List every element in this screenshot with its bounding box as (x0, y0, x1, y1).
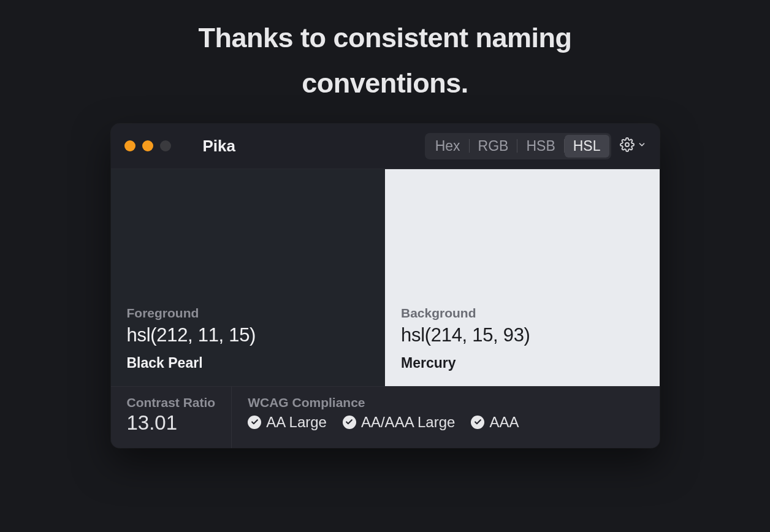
format-tabs: Hex RGB HSB HSL (425, 133, 611, 159)
foreground-color-name: Black Pearl (127, 355, 370, 371)
wcag-item-label: AA Large (266, 414, 327, 431)
color-swatches: Foreground hsl(212, 11, 15) Black Pearl … (111, 169, 660, 386)
tab-hsl[interactable]: HSL (565, 135, 609, 158)
svg-point-0 (625, 143, 629, 146)
contrast-value: 13.01 (127, 411, 216, 435)
chevron-down-icon (638, 140, 646, 151)
wcag-label: WCAG Compliance (248, 395, 643, 410)
settings-button[interactable] (620, 137, 646, 154)
contrast-label: Contrast Ratio (127, 395, 216, 410)
foreground-label: Foreground (127, 306, 370, 321)
app-window: Pika Hex RGB HSB HSL (111, 124, 660, 448)
wcag-item-label: AAA (489, 414, 519, 431)
page-heading: Thanks to consistent naming conventions. (198, 15, 571, 107)
close-button[interactable] (124, 140, 135, 151)
background-label: Background (401, 306, 644, 321)
wcag-item-aaa: AAA (471, 414, 519, 431)
footer: Contrast Ratio 13.01 WCAG Compliance AA … (111, 386, 660, 448)
app-title: Pika (203, 137, 236, 156)
tab-hex[interactable]: Hex (427, 135, 469, 158)
foreground-swatch[interactable]: Foreground hsl(212, 11, 15) Black Pearl (111, 169, 386, 386)
heading-line-1: Thanks to consistent naming (198, 22, 571, 53)
foreground-value: hsl(212, 11, 15) (127, 324, 370, 346)
tab-hsb[interactable]: HSB (517, 135, 563, 158)
maximize-button[interactable] (160, 140, 171, 151)
gear-icon (620, 137, 635, 154)
checkmark-icon (248, 416, 261, 429)
wcag-block: WCAG Compliance AA Large AA/AAA Large (232, 387, 659, 448)
heading-line-2: conventions. (302, 67, 468, 99)
wcag-item-label: AA/AAA Large (361, 414, 455, 431)
background-value: hsl(214, 15, 93) (401, 324, 644, 346)
minimize-button[interactable] (142, 140, 153, 151)
traffic-lights (124, 140, 171, 151)
contrast-block: Contrast Ratio 13.01 (111, 387, 232, 448)
wcag-item-aa-large: AA Large (248, 414, 327, 431)
checkmark-icon (343, 416, 356, 429)
wcag-item-aa-aaa-large: AA/AAA Large (343, 414, 455, 431)
tab-rgb[interactable]: RGB (470, 135, 517, 158)
background-swatch[interactable]: Background hsl(214, 15, 93) Mercury (385, 169, 660, 386)
background-color-name: Mercury (401, 355, 644, 371)
wcag-items: AA Large AA/AAA Large AAA (248, 414, 643, 431)
titlebar: Pika Hex RGB HSB HSL (111, 124, 660, 169)
checkmark-icon (471, 416, 484, 429)
